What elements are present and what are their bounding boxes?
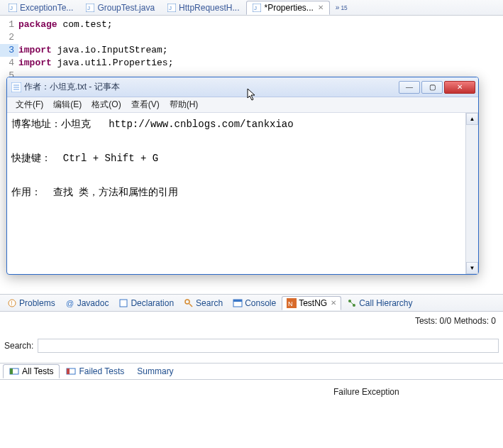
view-tab-bar: !Problems @Javadoc Declaration Search Co… <box>0 295 503 312</box>
svg-rect-28 <box>67 368 70 374</box>
call-hierarchy-icon <box>347 298 357 308</box>
tests-icon <box>9 366 19 376</box>
failure-exception-label: Failure Exception <box>333 380 503 397</box>
testng-icon: N <box>287 298 297 308</box>
search-input[interactable] <box>38 339 499 353</box>
svg-rect-19 <box>233 300 242 302</box>
declaration-icon <box>118 298 128 308</box>
svg-point-16 <box>185 300 189 304</box>
code-line: package com.test; <box>18 18 113 31</box>
java-file-icon: J <box>253 4 261 12</box>
close-button[interactable]: ✕ <box>444 81 475 94</box>
view-tab-console[interactable]: Console <box>228 297 280 310</box>
scroll-track[interactable] <box>466 125 478 262</box>
menu-file[interactable]: 文件(F) <box>11 97 48 112</box>
view-tab-problems[interactable]: !Problems <box>3 297 60 310</box>
menu-help[interactable]: 帮助(H) <box>165 97 203 112</box>
svg-text:J: J <box>10 5 13 11</box>
minimize-button[interactable]: — <box>399 81 420 94</box>
view-tab-javadoc[interactable]: @Javadoc <box>61 297 114 310</box>
editor-tab-label: ExceptionTe... <box>20 3 73 13</box>
line-number: 2 <box>0 31 18 44</box>
notepad-titlebar[interactable]: 作者：小坦克.txt - 记事本 — ▢ ✕ <box>7 77 478 97</box>
code-line: import java.util.Properties; <box>18 57 173 70</box>
editor-tab-label: GroupTest.java <box>97 3 155 13</box>
notepad-scrollbar[interactable]: ▲ ▼ <box>465 113 478 274</box>
editor-tab-label: HttpRequestH... <box>179 3 239 13</box>
search-icon <box>184 298 194 308</box>
close-icon[interactable]: ✕ <box>329 299 336 307</box>
view-tab-declaration[interactable]: Declaration <box>114 297 178 310</box>
notepad-window: 作者：小坦克.txt - 记事本 — ▢ ✕ 文件(F) 编辑(E) 格式(O)… <box>6 77 479 275</box>
svg-line-24 <box>350 301 354 305</box>
svg-text:J: J <box>87 5 90 11</box>
notepad-menubar: 文件(F) 编辑(E) 格式(O) 查看(V) 帮助(H) <box>7 97 478 113</box>
editor-tab-bar: J ExceptionTe... J GroupTest.java J Http… <box>0 0 503 16</box>
result-tab-all[interactable]: All Tests <box>3 364 60 378</box>
scroll-up-button[interactable]: ▲ <box>466 113 478 125</box>
view-tab-search[interactable]: Search <box>179 297 227 310</box>
editor-tab-label: *Properties... <box>264 3 313 13</box>
line-number: 4 <box>0 57 18 70</box>
svg-text:J: J <box>169 5 172 11</box>
java-file-icon: J <box>86 4 94 12</box>
code-line: import java.io.InputStream; <box>18 44 168 57</box>
line-number: 1 <box>0 18 18 31</box>
java-file-icon: J <box>167 4 176 12</box>
search-label: Search: <box>4 341 33 351</box>
chevron-right-icon: » <box>336 4 340 11</box>
menu-format[interactable]: 格式(O) <box>87 97 125 112</box>
editor-tab-active[interactable]: J *Properties... ✕ <box>246 1 329 15</box>
result-tab-summary[interactable]: Summary <box>131 364 179 378</box>
editor-tab[interactable]: J HttpRequestH... <box>162 1 245 15</box>
svg-text:N: N <box>288 300 293 307</box>
editor-tab[interactable]: J GroupTest.java <box>80 1 160 15</box>
tab-overflow-button[interactable]: » 15 <box>336 4 348 11</box>
notepad-app-icon <box>11 82 21 92</box>
svg-rect-15 <box>120 300 127 307</box>
svg-line-17 <box>189 304 192 307</box>
view-tab-call-hierarchy[interactable]: Call Hierarchy <box>343 297 416 310</box>
close-icon[interactable]: ✕ <box>316 4 324 11</box>
result-tab-failed[interactable]: Failed Tests <box>60 364 131 378</box>
testng-status: Tests: 0/0 Methods: 0 <box>0 312 503 333</box>
console-icon <box>233 298 243 308</box>
tab-overflow-count: 15 <box>341 4 347 11</box>
failed-tests-icon <box>66 366 76 376</box>
scroll-down-button[interactable]: ▼ <box>466 262 478 274</box>
javadoc-icon: @ <box>65 298 75 308</box>
menu-view[interactable]: 查看(V) <box>127 97 164 112</box>
testng-result-tabs: All Tests Failed Tests Summary <box>0 363 503 380</box>
maximize-button[interactable]: ▢ <box>421 81 443 94</box>
svg-text:@: @ <box>66 299 74 307</box>
svg-text:J: J <box>254 5 257 11</box>
view-tab-testng[interactable]: NTestNG✕ <box>282 296 341 310</box>
editor-tab[interactable]: J ExceptionTe... <box>3 1 79 15</box>
svg-text:!: ! <box>11 300 13 307</box>
line-number: 3 <box>0 44 18 57</box>
notepad-textarea[interactable]: 博客地址：小坦克 http://www.cnblogs.com/tankxiao… <box>7 113 465 274</box>
menu-edit[interactable]: 编辑(E) <box>49 97 86 112</box>
java-file-icon: J <box>9 4 17 12</box>
problems-icon: ! <box>7 298 17 308</box>
bottom-panel: !Problems @Javadoc Declaration Search Co… <box>0 294 503 448</box>
notepad-title: 作者：小坦克.txt - 记事本 <box>24 81 399 93</box>
svg-rect-26 <box>10 368 13 374</box>
